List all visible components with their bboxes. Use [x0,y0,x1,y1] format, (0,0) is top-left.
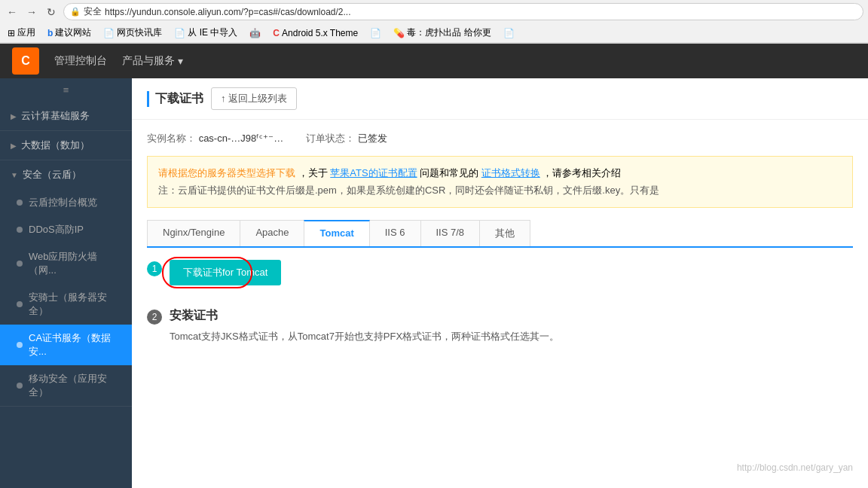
bookmark-b-icon: b [47,28,53,38]
tab-apache[interactable]: Apache [240,220,304,246]
back-button[interactable]: ← [5,5,20,20]
bookmark-poison[interactable]: 💊 毒：虎扑出品 给你更 [390,26,494,40]
sidebar-group-bigdata-header[interactable]: ▶ 大数据（数加） [0,131,132,160]
address-text: https://yundun.console.aliyun.com/?p=cas… [105,7,857,17]
logo[interactable]: C [12,47,39,75]
sidebar-group-cloud: ▶ 云计算基础服务 [0,102,132,131]
bookmark-android-icon: 🤖 [249,28,261,38]
nav-console-title: 管理控制台 [54,54,107,68]
lock-icon: 🔒 [70,7,81,17]
dot-icon-6 [17,383,23,389]
bookmark-c-icon: C [273,28,280,38]
bookmark-apps[interactable]: ⊞ 应用 [5,26,38,40]
expand-icon-3: ▼ [11,171,18,179]
notice-apple-ats-link[interactable]: 苹果ATS的证书配置 [330,167,417,178]
expand-icon-2: ▶ [11,142,17,150]
browser-toolbar: ← → ↻ 🔒 安全 https://yundun.console.aliyun… [0,0,868,23]
dot-icon-2 [17,227,23,233]
apps-grid-icon: ⊞ [8,28,15,38]
sidebar-group-security: ▼ 安全（云盾） 云盾控制台概览 DDoS高防IP Web应用防火墙（网... [0,160,132,407]
secure-label: 安全 [84,5,102,18]
download-cert-button[interactable]: 下载证书for Tomcat [170,260,281,285]
nav-products-menu[interactable]: 产品与服务 ▾ [122,54,183,68]
sidebar-collapse-btn[interactable]: ≡ [0,78,132,102]
bookmark-ie-icon: 📄 [174,28,185,38]
step-2-desc: Tomcat支持JKS格式证书，从Tomcat7开始也支持PFX格式证书，两种证… [170,328,559,345]
back-to-list-button[interactable]: ↑ 返回上级列表 [211,87,297,110]
bookmark-poison-icon: 💊 [393,28,405,38]
bookmark-doc2-icon: 📄 [370,28,381,38]
nav-arrow-icon: ▾ [178,55,183,67]
dot-icon-3 [17,261,23,267]
bookmark-news[interactable]: 📄 网页快讯库 [100,26,165,40]
dot-icon-5 [17,342,23,348]
bookmark-doc-icon: 📄 [103,28,115,38]
download-wrapper: 下载证书for Tomcat [170,260,281,300]
notice-cert-format-link[interactable]: 证书格式转换 [481,167,540,178]
content-body: 实例名称： cas-cn-…J98ᶠᶜ⁺⁻… 订单状态： 已签发 请根据您的服务… [132,120,868,364]
notice-line1: 请根据您的服务器类型选择下载 ，关于 苹果ATS的证书配置 问题和常见的 证书格… [158,164,842,181]
sidebar-item-waf[interactable]: Web应用防火墙（网... [0,243,132,284]
notice-problem-text: 问题和常见的 [420,167,478,178]
content-area: 下载证书 ↑ 返回上级列表 实例名称： cas-cn-…J98ᶠᶜ⁺⁻… 订单状… [132,78,868,488]
notice-mid-text: ，关于 [298,167,331,178]
instance-label: 实例名称： cas-cn-…J98ᶠᶜ⁺⁻… [147,132,283,145]
bookmark-ie-import[interactable]: 📄 从 IE 中导入 [171,26,240,40]
tab-iis6[interactable]: IIS 6 [369,220,421,246]
browser-chrome: ← → ↻ 🔒 安全 https://yundun.console.aliyun… [0,0,868,44]
step-2-title: 安装证书 [170,308,559,324]
tab-iis78[interactable]: IIS 7/8 [420,220,481,246]
sidebar-item-mobile-security[interactable]: 移动安全（应用安全） [0,365,132,406]
top-nav: C 管理控制台 产品与服务 ▾ [0,44,868,78]
sidebar-group-security-header[interactable]: ▼ 安全（云盾） [0,160,132,189]
dot-icon-4 [17,301,23,307]
sidebar-group-bigdata: ▶ 大数据（数加） [0,131,132,160]
page-title: 下载证书 [147,91,203,107]
forward-button[interactable]: → [24,5,39,20]
info-row: 实例名称： cas-cn-…J98ᶠᶜ⁺⁻… 订单状态： 已签发 [147,132,853,145]
bookmark-doc2[interactable]: 📄 [367,27,384,39]
tabs-container: Nginx/Tengine Apache Tomcat IIS 6 IIS 7/… [147,220,853,248]
sidebar-item-ca-cert[interactable]: CA证书服务（数据安... [0,325,132,365]
bookmark-android[interactable]: 🤖 [246,27,264,39]
step-1-badge: 1 [147,261,162,276]
page-header: 下载证书 ↑ 返回上级列表 [132,78,868,120]
step-1-row: 1 下载证书for Tomcat [147,260,853,300]
sidebar-group-cloud-header[interactable]: ▶ 云计算基础服务 [0,102,132,130]
sidebar-item-ddos[interactable]: DDoS高防IP [0,216,132,243]
content-inner: 下载证书 ↑ 返回上级列表 实例名称： cas-cn-…J98ᶠᶜ⁺⁻… 订单状… [132,78,868,488]
address-bar[interactable]: 🔒 安全 https://yundun.console.aliyun.com/?… [63,3,863,20]
dot-icon [17,200,23,206]
tab-tomcat[interactable]: Tomcat [304,220,369,246]
step-2-badge: 2 [147,310,162,325]
notice-line2: 注：云盾证书提供的证书文件后缀是.pem，如果是系统创建的CSR，同时还会伴随证… [158,181,842,199]
bookmark-chrome-theme[interactable]: C Android 5.x Theme [270,27,361,39]
notice-select-text: 请根据您的服务器类型选择下载 [158,167,295,178]
tab-nginx[interactable]: Nginx/Tengine [147,220,240,246]
collapse-icon: ≡ [63,84,69,96]
step-2-content: 安装证书 Tomcat支持JKS格式证书，从Tomcat7开始也支持PFX格式证… [170,308,559,345]
bookmark-doc3[interactable]: 📄 [500,27,518,39]
sidebar: ≡ ▶ 云计算基础服务 ▶ 大数据（数加） ▼ 安全（云盾） [0,78,132,488]
expand-icon: ▶ [11,112,17,120]
order-status: 订单状态： 已签发 [306,132,387,145]
notice-box: 请根据您的服务器类型选择下载 ，关于 苹果ATS的证书配置 问题和常见的 证书格… [147,156,853,208]
sidebar-item-shield-overview[interactable]: 云盾控制台概览 [0,189,132,216]
step-2-row: 2 安装证书 Tomcat支持JKS格式证书，从Tomcat7开始也支持PFX格… [147,308,853,345]
notice-ref-text: ，请参考相关介绍 [542,167,621,178]
bookmarks-bar: ⊞ 应用 b 建议网站 📄 网页快讯库 📄 从 IE 中导入 🤖 C Andro… [0,23,868,43]
sidebar-item-anjishi[interactable]: 安骑士（服务器安全） [0,284,132,325]
app-layout: C 管理控制台 产品与服务 ▾ ≡ ▶ 云计算基础服务 ▶ 大数据（数加） [0,44,868,488]
bookmark-suggest[interactable]: b 建议网站 [44,26,94,40]
reload-button[interactable]: ↻ [44,5,59,20]
bookmark-doc3-icon: 📄 [503,28,515,38]
tab-other[interactable]: 其他 [479,220,530,246]
main-layout: ≡ ▶ 云计算基础服务 ▶ 大数据（数加） ▼ 安全（云盾） [0,78,868,488]
